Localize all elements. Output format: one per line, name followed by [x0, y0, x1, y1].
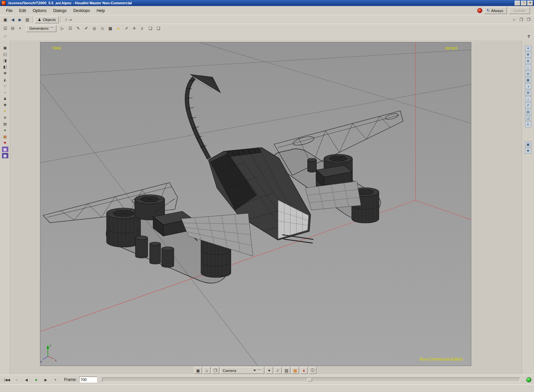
left-tool-icon[interactable]: ▣	[2, 45, 8, 50]
timeline-slider[interactable]	[102, 378, 520, 382]
playback-button[interactable]: ■	[32, 377, 40, 383]
render-indicator-icon[interactable]	[477, 8, 482, 13]
tool-icon[interactable]: ●	[115, 25, 122, 32]
update-button[interactable]: Update	[509, 7, 530, 14]
generators-dropdown[interactable]: Generators	[26, 25, 56, 32]
close-button[interactable]: ×	[527, 1, 533, 6]
tool-icon[interactable]: ✛	[131, 25, 138, 32]
left-tool-icon[interactable]: ▦	[2, 153, 8, 158]
menu-item[interactable]: Dialogs	[50, 7, 70, 14]
menu-item[interactable]: Edit	[16, 7, 29, 14]
viewport-canvas[interactable]: y x z	[40, 42, 471, 366]
tool-icon[interactable]: ◇	[99, 25, 106, 32]
path-bar-icon[interactable]: ◀	[9, 17, 16, 23]
display-option-icon[interactable]: ✦	[265, 367, 273, 374]
viewport-tool-icon[interactable]: ⊞	[525, 90, 531, 95]
tool-icon[interactable]: ♬	[139, 25, 146, 32]
left-tool-icon[interactable]: ◧	[2, 64, 8, 69]
tool-icon[interactable]: ◎	[91, 25, 98, 32]
axis-x-label: x	[55, 359, 57, 362]
left-tool-icon[interactable]: ◭	[2, 77, 8, 82]
menu-item[interactable]: Help	[93, 7, 108, 14]
maximize-button[interactable]: □	[521, 1, 527, 6]
houdini-window: { "window": { "title": "./scenes/!bench/…	[0, 0, 534, 392]
playback-button[interactable]: ▶	[41, 377, 50, 383]
viewport-tool-icon[interactable]: ❏	[525, 115, 531, 121]
camera-select[interactable]: Camera	[220, 367, 264, 374]
path-bar-icon[interactable]: ▶	[17, 17, 23, 23]
left-tool-icon[interactable]: ✾	[2, 102, 8, 108]
toolbar-mode-icon[interactable]: ⊟	[9, 25, 16, 32]
tool-icon[interactable]: ☷	[67, 25, 74, 32]
viewport-tool-icon[interactable]: ⌂	[525, 64, 531, 70]
path-bar-icon[interactable]: ▤	[24, 17, 31, 23]
left-tool-icon[interactable]: ✥	[2, 70, 8, 76]
help-button[interactable]: ?	[527, 34, 532, 39]
viewport-tool-icon[interactable]: ≡	[525, 122, 531, 127]
pane-control-icon[interactable]: ○	[511, 17, 517, 23]
display-option-icon[interactable]: ✓	[274, 367, 282, 374]
context-selector[interactable]: ♟ Objects	[35, 16, 59, 23]
left-tool-icon[interactable]: ♁	[2, 89, 8, 95]
left-tool-icon[interactable]: ∷	[2, 83, 8, 88]
tool-icon[interactable]: ▦	[107, 25, 114, 32]
playback-button[interactable]: +	[51, 377, 60, 383]
pane-control-icon[interactable]: ❐	[525, 17, 532, 23]
drag-handle[interactable]	[257, 370, 261, 372]
path-bar-icon[interactable]: ▣	[2, 17, 9, 23]
minimize-button[interactable]: _	[515, 1, 520, 6]
menu-item[interactable]: File	[3, 7, 16, 14]
viewport-tool-icon[interactable]: ⊥	[525, 96, 531, 102]
playback-button[interactable]: ◀	[22, 377, 31, 383]
pane-control-icon[interactable]: ❐	[518, 17, 525, 23]
playback-button[interactable]: −	[12, 377, 21, 383]
menu-item[interactable]: Options	[29, 7, 50, 14]
tool-icon[interactable]: ✐	[83, 25, 90, 32]
tool-icon[interactable]: ▷	[59, 25, 66, 32]
timeline-handle[interactable]	[307, 378, 312, 382]
left-tool-icon[interactable]: ▤	[2, 121, 8, 127]
viewport-tool-icon[interactable]: #	[525, 103, 531, 108]
playback-button[interactable]: |◀◀	[3, 377, 11, 383]
tool-icon[interactable]: ❑	[155, 25, 162, 32]
left-tool-icon[interactable]: ♥	[2, 128, 8, 133]
viewport-tool-icon[interactable]: ▤	[525, 109, 531, 115]
drag-handle[interactable]	[50, 27, 53, 29]
left-tool-icon[interactable]: ⚑	[2, 140, 8, 146]
tool-icon[interactable]: ❏	[147, 25, 154, 32]
always-update-button[interactable]: ↻ Always	[484, 7, 507, 14]
tool-icon[interactable]: ↗	[123, 25, 130, 32]
left-tool-icon[interactable]: ◨	[2, 58, 8, 63]
display-option-icon[interactable]: ♦	[300, 367, 308, 374]
left-tool-icon[interactable]: ▦	[2, 147, 8, 152]
toolbar-mode-icon[interactable]: ×	[17, 25, 23, 32]
resize-grip[interactable]	[528, 386, 533, 391]
viewport-tool-icon[interactable]: ◎	[525, 71, 531, 76]
viewport-tool-icon[interactable]: ✛	[525, 45, 531, 51]
camera-bar-icon[interactable]: ▣	[194, 367, 202, 374]
left-tool-icon[interactable]: ♟	[2, 96, 8, 101]
left-tool-icon[interactable]: ◱	[2, 51, 8, 57]
window-titlebar[interactable]: ./scenes/!bench/T2000_5.5_ani.hipnc - Ho…	[0, 0, 534, 6]
frame-input[interactable]	[79, 377, 97, 383]
display-option-icon[interactable]: ▦	[291, 367, 299, 374]
path-field[interactable]: / ->	[63, 18, 75, 22]
tool-icon[interactable]: ✎	[75, 25, 82, 32]
display-option-icon[interactable]: ⓘ	[309, 367, 316, 374]
viewport-tool-icon[interactable]: ✥	[525, 52, 531, 57]
menu-item[interactable]: Desktops	[70, 7, 93, 14]
camera-bar-icon[interactable]: ❐	[212, 367, 219, 374]
camera-bar-icon[interactable]: ⌂	[203, 367, 211, 374]
viewport-tool-icon[interactable]: ✚	[525, 148, 531, 154]
viewport-tool-icon[interactable]: ◑	[525, 83, 531, 89]
display-option-icon[interactable]: ▤	[283, 367, 290, 374]
viewport-tool-icon[interactable]: ⊕	[525, 58, 531, 64]
toolbar-mode-icon[interactable]: ☑	[2, 25, 9, 32]
playbar: |◀◀ − ◀ ■ ▶ + Frame:	[0, 375, 534, 385]
left-tool-icon[interactable]: ≋	[2, 115, 8, 120]
pan-hand-icon[interactable]: ☞	[2, 33, 9, 40]
viewport-tool-icon[interactable]: ▣	[525, 142, 531, 147]
left-tool-icon[interactable]: ▩	[2, 134, 8, 139]
left-tool-icon[interactable]: ☀	[2, 109, 8, 114]
viewport-tool-icon[interactable]: ▦	[525, 77, 531, 83]
